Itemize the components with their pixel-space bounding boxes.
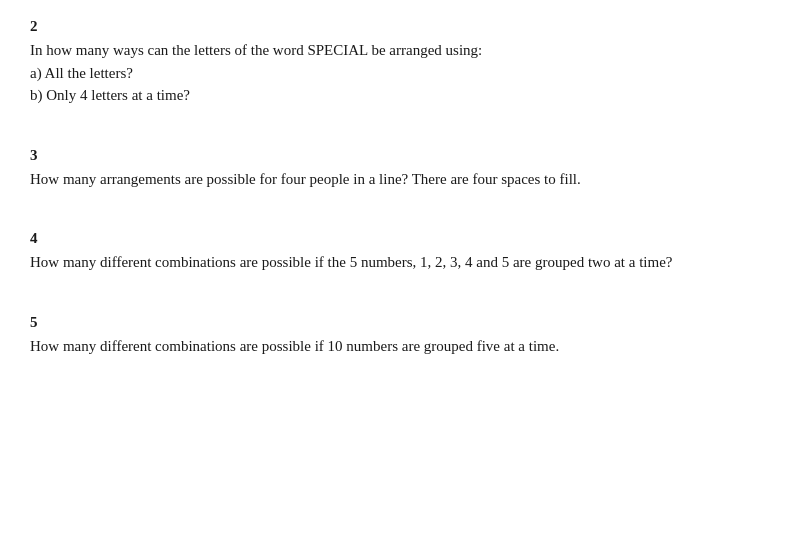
question-2-intro: In how many ways can the letters of the … [30,42,482,58]
question-2: 2 In how many ways can the letters of th… [30,18,774,107]
question-3: 3 How many arrangements are possible for… [30,147,774,191]
question-2-text: In how many ways can the letters of the … [30,39,774,107]
question-4-text: How many different combinations are poss… [30,251,774,274]
question-2-sub-b: b) Only 4 letters at a time? [30,84,774,107]
question-4-number: 4 [30,230,774,247]
question-2-number: 2 [30,18,774,35]
spacer-2 [30,212,774,230]
question-4: 4 How many different combinations are po… [30,230,774,274]
question-5-text: How many different combinations are poss… [30,335,774,358]
spacer-1 [30,129,774,147]
question-3-number: 3 [30,147,774,164]
question-5-number: 5 [30,314,774,331]
question-5: 5 How many different combinations are po… [30,314,774,358]
question-2-sub-a: a) All the letters? [30,62,774,85]
spacer-3 [30,296,774,314]
question-3-text: How many arrangements are possible for f… [30,168,774,191]
